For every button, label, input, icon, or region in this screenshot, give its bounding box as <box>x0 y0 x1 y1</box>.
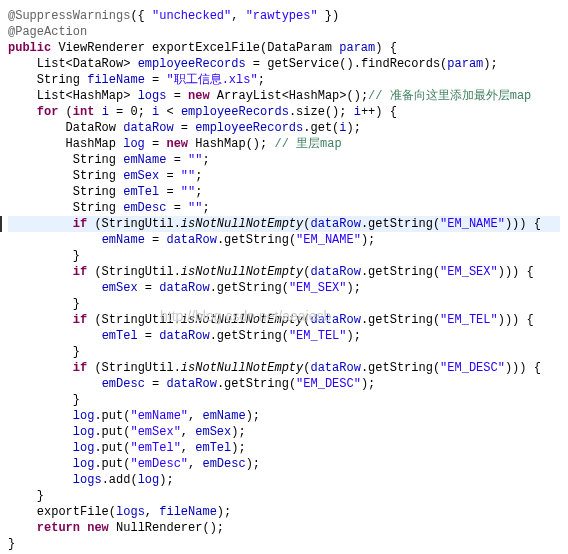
code-line: log.put("emTel", emTel); <box>8 440 560 456</box>
code-line: @PageAction <box>8 24 560 40</box>
code-line: @SuppressWarnings({ "unchecked", "rawtyp… <box>8 8 560 24</box>
code-line: log.put("emSex", emSex); <box>8 424 560 440</box>
code-line: } <box>8 536 560 552</box>
code-line: String fileName = "职工信息.xls"; <box>8 72 560 88</box>
code-line: emDesc = dataRow.getString("EM_DESC"); <box>8 376 560 392</box>
code-block: @SuppressWarnings({ "unchecked", "rawtyp… <box>8 8 560 552</box>
code-line: log.put("emDesc", emDesc); <box>8 456 560 472</box>
code-line: } <box>8 488 560 504</box>
code-line: List<HashMap> logs = new ArrayList<HashM… <box>8 88 560 104</box>
code-line: for (int i = 0; i < employeeRecords.size… <box>8 104 560 120</box>
code-line: return new NullRenderer(); <box>8 520 560 536</box>
code-line: logs.add(log); <box>8 472 560 488</box>
code-line: emName = dataRow.getString("EM_NAME"); <box>8 232 560 248</box>
code-line: } <box>8 248 560 264</box>
code-line: String emDesc = ""; <box>8 200 560 216</box>
code-line: if (StringUtil.isNotNullNotEmpty(dataRow… <box>8 312 560 328</box>
code-line: if (StringUtil.isNotNullNotEmpty(dataRow… <box>8 360 560 376</box>
code-line: String emSex = ""; <box>8 168 560 184</box>
code-line: List<DataRow> employeeRecords = getServi… <box>8 56 560 72</box>
code-line: exportFile(logs, fileName); <box>8 504 560 520</box>
code-line: HashMap log = new HashMap(); // 里层map <box>8 136 560 152</box>
code-line: String emTel = ""; <box>8 184 560 200</box>
code-line: public ViewRenderer exportExcelFile(Data… <box>8 40 560 56</box>
code-line: log.put("emName", emName); <box>8 408 560 424</box>
code-line: if (StringUtil.isNotNullNotEmpty(dataRow… <box>8 264 560 280</box>
code-line: } <box>8 392 560 408</box>
code-line: } <box>8 296 560 312</box>
code-line: DataRow dataRow = employeeRecords.get(i)… <box>8 120 560 136</box>
code-line: String emName = ""; <box>8 152 560 168</box>
code-line-highlighted: if (StringUtil.isNotNullNotEmpty(dataRow… <box>8 216 560 232</box>
code-line: emSex = dataRow.getString("EM_SEX"); <box>8 280 560 296</box>
code-line: emTel = dataRow.getString("EM_TEL"); <box>8 328 560 344</box>
code-line: } <box>8 344 560 360</box>
